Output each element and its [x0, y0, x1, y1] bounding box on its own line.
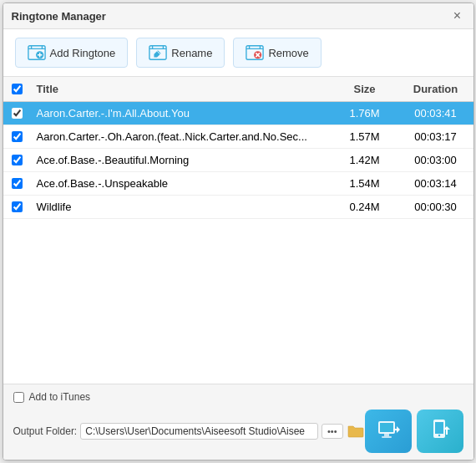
remove-button[interactable]: Remove — [233, 38, 321, 68]
svg-rect-21 — [384, 434, 389, 436]
itunes-checkbox[interactable] — [13, 392, 24, 403]
row-title: Aaron.Carter.-.Oh.Aaron.(feat..Nick.Cart… — [32, 127, 332, 146]
ringtone-table: Title Size Duration Aaron.Carter.-.I'm.A… — [3, 77, 473, 384]
row-size: 0.24M — [332, 197, 398, 216]
svg-rect-22 — [382, 436, 392, 438]
header-size: Size — [332, 81, 398, 97]
table-header: Title Size Duration — [3, 77, 473, 102]
row-title: Aaron.Carter.-.I'm.All.About.You — [32, 104, 332, 123]
row-checkbox-cell — [3, 175, 32, 192]
itunes-row: Add to iTunes — [13, 391, 463, 403]
rename-label: Rename — [171, 47, 212, 59]
row-duration: 00:03:00 — [398, 150, 473, 170]
row-size: 1.42M — [332, 150, 398, 170]
row-title: Wildlife — [32, 197, 332, 216]
row-size: 1.76M — [332, 104, 398, 123]
rename-button[interactable]: Rename — [136, 38, 225, 68]
row-size: 1.54M — [332, 174, 398, 193]
table-row[interactable]: Aaron.Carter.-.Oh.Aaron.(feat..Nick.Cart… — [3, 125, 473, 149]
row-title: Ace.of.Base.-.Beautiful.Morning — [32, 150, 332, 170]
window-title: Ringtone Manager — [12, 10, 106, 23]
output-path: C:\Users\User\Documents\Aiseesoft Studio… — [80, 423, 318, 440]
table-body: Aaron.Carter.-.I'm.All.About.You1.76M00:… — [3, 102, 473, 384]
footer: Add to iTunes Output Folder: C:\Users\Us… — [3, 384, 473, 460]
row-checkbox[interactable] — [12, 201, 23, 212]
table-row[interactable]: Ace.of.Base.-.Unspeakable1.54M00:03:14 — [3, 172, 473, 196]
folder-browse-button[interactable] — [347, 422, 365, 440]
close-button[interactable]: × — [450, 8, 465, 23]
rename-icon — [149, 43, 167, 62]
row-checkbox[interactable] — [12, 155, 23, 165]
row-checkbox-cell — [3, 104, 32, 122]
output-folder-section: Output Folder: C:\Users\User\Documents\A… — [13, 422, 365, 440]
table-row[interactable]: Ace.of.Base.-.Beautiful.Morning1.42M00:0… — [3, 149, 473, 172]
row-checkbox[interactable] — [12, 108, 23, 119]
transfer-to-device-button[interactable] — [365, 410, 412, 453]
add-ringtone-label: Add Ringtone — [50, 47, 116, 59]
row-checkbox-cell — [3, 198, 32, 216]
row-checkbox[interactable] — [12, 178, 23, 189]
dots-button[interactable]: ••• — [322, 424, 343, 439]
table-row[interactable]: Wildlife0.24M00:00:30 — [3, 196, 473, 219]
remove-icon — [246, 43, 264, 62]
svg-rect-25 — [435, 422, 443, 434]
remove-label: Remove — [268, 47, 308, 59]
export-button[interactable] — [417, 410, 463, 453]
row-duration: 00:03:41 — [398, 104, 473, 123]
row-checkbox-cell — [3, 128, 32, 145]
row-checkbox[interactable] — [12, 131, 23, 142]
ringtone-manager-window: Ringtone Manager × Add Ringtone — [3, 3, 474, 460]
svg-rect-20 — [380, 423, 393, 432]
footer-row2: Output Folder: C:\Users\User\Documents\A… — [13, 410, 463, 453]
header-duration: Duration — [398, 81, 473, 97]
row-duration: 00:00:30 — [398, 197, 473, 216]
header-title: Title — [32, 81, 332, 97]
toolbar: Add Ringtone Rename Rem — [3, 29, 473, 77]
row-checkbox-cell — [3, 151, 32, 169]
svg-point-26 — [438, 435, 439, 436]
add-ringtone-button[interactable]: Add Ringtone — [15, 38, 129, 68]
transfer-icon — [375, 418, 402, 445]
select-all-checkbox[interactable] — [12, 84, 23, 94]
output-label: Output Folder: — [13, 425, 78, 437]
row-title: Ace.of.Base.-.Unspeakable — [32, 174, 332, 193]
header-checkbox-col — [3, 81, 32, 97]
table-row[interactable]: Aaron.Carter.-.I'm.All.About.You1.76M00:… — [3, 102, 473, 125]
row-duration: 00:03:17 — [398, 127, 473, 146]
itunes-label: Add to iTunes — [29, 391, 91, 403]
title-bar: Ringtone Manager × — [3, 3, 473, 29]
row-size: 1.57M — [332, 127, 398, 146]
itunes-option: Add to iTunes — [13, 391, 91, 403]
add-ringtone-icon — [28, 43, 46, 62]
folder-icon — [347, 424, 364, 439]
export-icon — [427, 418, 453, 445]
row-duration: 00:03:14 — [398, 174, 473, 193]
action-buttons — [365, 410, 463, 453]
